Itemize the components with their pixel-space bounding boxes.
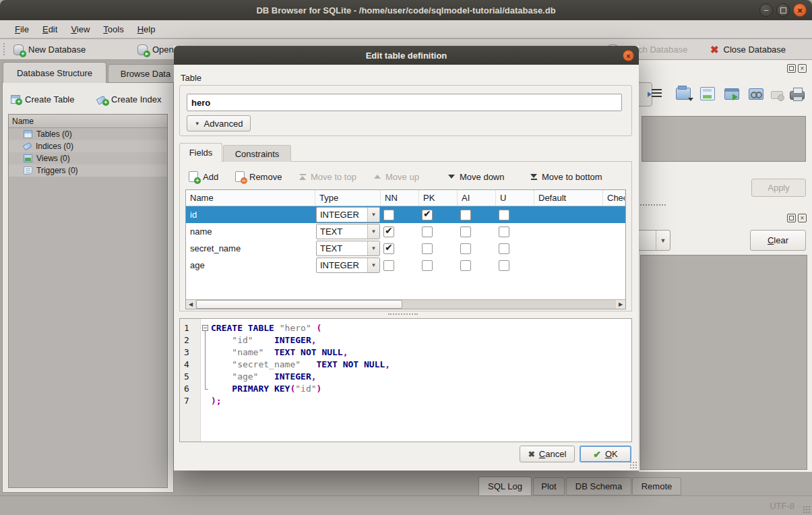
schema-tree[interactable]: Name Tables (0)Indices (0)Views (0)Trigg…	[8, 114, 168, 488]
menu-file[interactable]: File	[8, 22, 36, 36]
tab-browse-data[interactable]: Browse Data	[108, 64, 183, 83]
field-name-cell[interactable]: secret_name	[186, 243, 315, 253]
cell-editor-textarea[interactable]	[642, 116, 806, 162]
dock-close-icon[interactable]: ×	[798, 214, 807, 222]
chevron-down-icon[interactable]: ▼	[367, 208, 379, 222]
nn-checkbox[interactable]	[383, 226, 394, 237]
nn-checkbox[interactable]	[383, 243, 394, 254]
dialog-tab-constraints[interactable]: Constraints	[223, 145, 291, 162]
cancel-button[interactable]: ✖ Cancel	[520, 446, 575, 462]
chevron-down-icon[interactable]: ▼	[367, 258, 379, 272]
close-database-button[interactable]: ✖ Close Database	[708, 41, 788, 58]
scroll-left-icon[interactable]: ◀	[186, 300, 195, 309]
chevron-down-icon[interactable]: ▼	[367, 241, 379, 255]
move-down-button[interactable]: Move down	[448, 168, 504, 185]
column-header-ai[interactable]: AI	[458, 190, 496, 206]
column-header-default[interactable]: Default	[534, 190, 603, 206]
type-select[interactable]: TEXT▼	[316, 241, 380, 256]
pk-checkbox[interactable]	[422, 226, 433, 237]
column-header-u[interactable]: U	[496, 190, 534, 206]
remove-button[interactable]: −Remove	[235, 168, 282, 185]
dialog-close-icon[interactable]: ×	[623, 50, 634, 61]
nn-checkbox[interactable]	[383, 260, 394, 271]
bottom-tab-remote[interactable]: Remote	[632, 477, 681, 495]
tree-item[interactable]: Tables (0)	[9, 128, 167, 140]
dialog-titlebar[interactable]: Edit table definition ×	[174, 46, 639, 65]
scrollbar-thumb[interactable]	[196, 300, 402, 309]
add-button[interactable]: +Add	[189, 168, 218, 185]
menu-help[interactable]: Help	[131, 22, 162, 36]
field-name-cell[interactable]: name	[186, 226, 315, 237]
tree-item[interactable]: Indices (0)	[9, 140, 167, 152]
column-header-type[interactable]: Type	[315, 190, 381, 206]
column-header-name[interactable]: Name	[186, 190, 315, 206]
field-name-cell[interactable]: age	[186, 260, 315, 270]
bottom-tab-plot[interactable]: Plot	[533, 477, 565, 495]
apply-cell-icon[interactable]	[724, 88, 739, 100]
create-index-button[interactable]: + Create Index	[97, 91, 161, 107]
column-header-pk[interactable]: PK	[419, 190, 458, 206]
tree-item[interactable]: Views (0)	[9, 152, 167, 164]
fold-marker[interactable]	[200, 322, 211, 334]
field-row-name[interactable]: nameTEXT▼	[186, 223, 625, 240]
nn-checkbox[interactable]	[383, 210, 394, 220]
ok-button[interactable]: ✔ OK	[580, 446, 631, 462]
print-icon[interactable]	[790, 91, 805, 100]
dialog-tab-fields[interactable]: Fields	[179, 143, 222, 162]
dock-splitter[interactable]	[640, 204, 666, 208]
bottom-tab-sql-log[interactable]: SQL Log	[478, 477, 532, 496]
tree-header[interactable]: Name	[9, 115, 167, 128]
chevron-down-icon[interactable]: ▼	[367, 224, 379, 239]
column-header-nn[interactable]: NN	[381, 190, 419, 206]
link-icon[interactable]	[749, 88, 763, 100]
titlebar[interactable]: DB Browser for SQLite - /home/user/code/…	[0, 0, 812, 20]
u-checkbox[interactable]	[499, 210, 509, 220]
save-file-icon[interactable]	[700, 87, 715, 100]
format-lines-icon[interactable]	[652, 89, 662, 98]
pk-checkbox[interactable]	[422, 210, 433, 220]
tab-database-structure[interactable]: Database Structure	[3, 62, 106, 83]
minimize-icon[interactable]: –	[759, 3, 773, 17]
dock-close-icon[interactable]: ×	[798, 64, 807, 73]
sql-log-list[interactable]	[640, 255, 807, 470]
u-checkbox[interactable]	[499, 243, 509, 254]
sql-preview[interactable]: 1CREATE TABLE "hero" (2 "id" INTEGER,3 "…	[179, 318, 632, 442]
type-select[interactable]: TEXT▼	[316, 224, 380, 239]
dock-float-icon[interactable]	[787, 214, 796, 222]
field-row-secret_name[interactable]: secret_nameTEXT▼	[186, 240, 625, 257]
advanced-button[interactable]: ▼ Advanced	[187, 115, 251, 131]
ai-checkbox[interactable]	[460, 260, 471, 271]
toolbar-grip[interactable]	[3, 43, 7, 55]
field-name-cell[interactable]: id	[186, 210, 315, 220]
ai-checkbox[interactable]	[460, 243, 471, 254]
type-select[interactable]: INTEGER▼	[316, 258, 380, 273]
table-name-input[interactable]	[187, 94, 622, 111]
field-row-id[interactable]: idINTEGER▼	[186, 206, 625, 223]
open-file-icon[interactable]	[676, 88, 691, 100]
create-table-button[interactable]: + Create Table	[11, 91, 74, 107]
apply-button[interactable]: Apply	[751, 179, 806, 197]
menu-tools[interactable]: Tools	[96, 22, 130, 36]
tree-item[interactable]: Triggers (0)	[9, 164, 167, 177]
resize-grip[interactable]	[803, 506, 810, 513]
null-toggle-icon[interactable]	[771, 91, 783, 99]
menu-edit[interactable]: Edit	[36, 22, 64, 36]
u-checkbox[interactable]	[499, 260, 509, 271]
scroll-right-icon[interactable]: ▶	[616, 300, 625, 309]
column-header-check[interactable]: Check	[603, 190, 625, 206]
clear-button[interactable]: Clear	[750, 230, 806, 251]
dock-float-icon[interactable]	[787, 64, 796, 73]
horizontal-scrollbar[interactable]: ◀ ▶	[186, 299, 625, 309]
field-row-age[interactable]: ageINTEGER▼	[186, 257, 625, 274]
ai-checkbox[interactable]	[460, 226, 471, 237]
maximize-icon[interactable]	[776, 3, 790, 17]
new-database-button[interactable]: + New Database	[11, 41, 88, 58]
menu-view[interactable]: View	[64, 22, 96, 36]
ai-checkbox[interactable]	[460, 210, 471, 220]
move-to-bottom-button[interactable]: Move to bottom	[530, 168, 602, 185]
type-select[interactable]: INTEGER▼	[316, 207, 380, 222]
dialog-splitter[interactable]	[388, 313, 418, 317]
encoding-indicator[interactable]: UTF-8	[770, 501, 794, 511]
close-icon[interactable]: ×	[793, 3, 807, 17]
u-checkbox[interactable]	[499, 226, 509, 237]
